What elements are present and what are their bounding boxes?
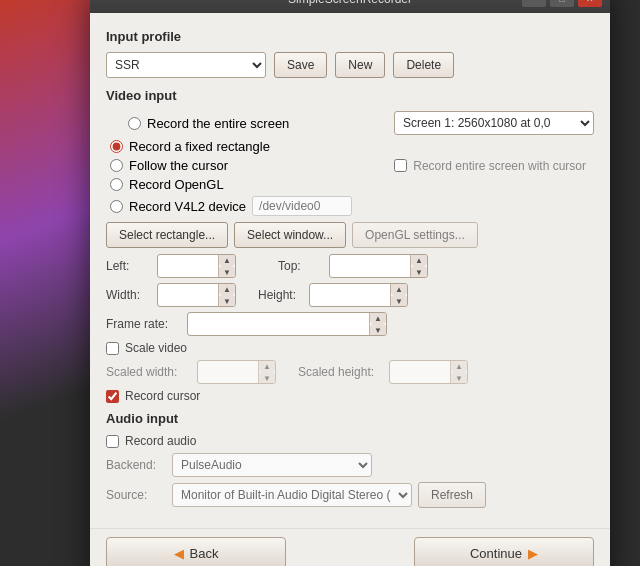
action-buttons-row: Select rectangle... Select window... Ope… xyxy=(106,222,594,248)
framerate-down-arrow[interactable]: ▼ xyxy=(370,324,386,336)
follow-cursor-label: Follow the cursor xyxy=(129,158,228,173)
maximize-button[interactable]: □ xyxy=(550,0,574,7)
fixed-rect-radio[interactable] xyxy=(110,140,123,153)
entire-screen-radio[interactable] xyxy=(128,117,141,130)
background-decor xyxy=(0,0,100,566)
record-cursor-checkbox[interactable] xyxy=(106,390,119,403)
main-window: SimpleScreenRecorder ─ □ ✕ Input profile… xyxy=(90,0,610,566)
refresh-button[interactable]: Refresh xyxy=(418,482,486,508)
scale-video-label: Scale video xyxy=(125,341,187,355)
record-audio-row: Record audio xyxy=(106,434,594,448)
scaled-dims-row: Scaled width: 854 ▲ ▼ Scaled height: 480… xyxy=(106,360,594,384)
source-select[interactable]: Monitor of Built-in Audio Digital Stereo… xyxy=(172,483,412,507)
save-button[interactable]: Save xyxy=(274,52,327,78)
height-up-arrow[interactable]: ▲ xyxy=(391,283,407,295)
continue-icon: ▶ xyxy=(528,546,538,561)
left-spinbox[interactable]: 707 ▲ ▼ xyxy=(157,254,236,278)
window-controls: ─ □ ✕ xyxy=(522,0,602,7)
scaled-width-label: Scaled width: xyxy=(106,365,191,379)
opengl-radio[interactable] xyxy=(110,178,123,191)
entire-screen-row: Record the entire screen Screen 1: 2560x… xyxy=(106,111,594,135)
framerate-spinbox[interactable]: 30 ▲ ▼ xyxy=(187,312,387,336)
close-button[interactable]: ✕ xyxy=(578,0,602,7)
framerate-arrows: ▲ ▼ xyxy=(369,312,386,336)
top-arrows: ▲ ▼ xyxy=(410,254,427,278)
height-arrows: ▲ ▼ xyxy=(390,283,407,307)
top-up-arrow[interactable]: ▲ xyxy=(411,254,427,266)
back-label: Back xyxy=(190,546,219,561)
opengl-label: Record OpenGL xyxy=(129,177,224,192)
source-label: Source: xyxy=(106,488,166,502)
framerate-up-arrow[interactable]: ▲ xyxy=(370,312,386,324)
delete-button[interactable]: Delete xyxy=(393,52,454,78)
record-entire-screen-cursor-checkbox[interactable] xyxy=(394,159,407,172)
scaled-height-down-arrow[interactable]: ▼ xyxy=(451,372,467,384)
v4l2-radio[interactable] xyxy=(110,200,123,213)
scaled-height-input[interactable]: 480 xyxy=(390,361,450,383)
framerate-label: Frame rate: xyxy=(106,317,181,331)
backend-row: Backend: PulseAudio xyxy=(106,453,594,477)
continue-button[interactable]: Continue ▶ xyxy=(414,537,594,566)
titlebar: SimpleScreenRecorder ─ □ ✕ xyxy=(90,0,610,13)
profile-select[interactable]: SSR xyxy=(106,52,266,78)
width-spinbox[interactable]: 1371 ▲ ▼ xyxy=(157,283,236,307)
video-input-header: Video input xyxy=(106,88,594,103)
scaled-height-up-arrow[interactable]: ▲ xyxy=(451,360,467,372)
record-audio-checkbox[interactable] xyxy=(106,435,119,448)
v4l2-device-value: /dev/video0 xyxy=(252,196,352,216)
top-label: Top: xyxy=(278,259,323,273)
scale-video-checkbox[interactable] xyxy=(106,342,119,355)
record-audio-label: Record audio xyxy=(125,434,196,448)
left-input[interactable]: 707 xyxy=(158,255,218,277)
scaled-width-spinbox[interactable]: 854 ▲ ▼ xyxy=(197,360,276,384)
content-area: Input profile SSR Save New Delete Video … xyxy=(90,13,610,528)
back-button[interactable]: ◀ Back xyxy=(106,537,286,566)
framerate-input[interactable]: 30 xyxy=(188,317,369,331)
width-down-arrow[interactable]: ▼ xyxy=(219,295,235,307)
entire-screen-label: Record the entire screen xyxy=(147,116,289,131)
height-spinbox[interactable]: 894 ▲ ▼ xyxy=(309,283,408,307)
select-window-button[interactable]: Select window... xyxy=(234,222,346,248)
height-label: Height: xyxy=(258,288,303,302)
left-up-arrow[interactable]: ▲ xyxy=(219,254,235,266)
top-down-arrow[interactable]: ▼ xyxy=(411,266,427,278)
width-height-row: Width: 1371 ▲ ▼ Height: 894 ▲ ▼ xyxy=(106,283,594,307)
select-rectangle-button[interactable]: Select rectangle... xyxy=(106,222,228,248)
scaled-width-up-arrow[interactable]: ▲ xyxy=(259,360,275,372)
backend-label: Backend: xyxy=(106,458,166,472)
backend-select[interactable]: PulseAudio xyxy=(172,453,372,477)
width-up-arrow[interactable]: ▲ xyxy=(219,283,235,295)
left-top-row: Left: 707 ▲ ▼ Top: 77 ▲ ▼ xyxy=(106,254,594,278)
scaled-width-arrows: ▲ ▼ xyxy=(258,360,275,384)
audio-input-header: Audio input xyxy=(106,411,594,426)
height-down-arrow[interactable]: ▼ xyxy=(391,295,407,307)
opengl-settings-button[interactable]: OpenGL settings... xyxy=(352,222,478,248)
width-input[interactable]: 1371 xyxy=(158,284,218,306)
scaled-height-spinbox[interactable]: 480 ▲ ▼ xyxy=(389,360,468,384)
top-input[interactable]: 77 xyxy=(330,255,410,277)
window-title: SimpleScreenRecorder xyxy=(288,0,412,6)
top-spinbox[interactable]: 77 ▲ ▼ xyxy=(329,254,428,278)
scaled-width-input[interactable]: 854 xyxy=(198,361,258,383)
width-label: Width: xyxy=(106,288,151,302)
width-arrows: ▲ ▼ xyxy=(218,283,235,307)
height-input[interactable]: 894 xyxy=(310,284,390,306)
scaled-height-label: Scaled height: xyxy=(298,365,383,379)
screen-select[interactable]: Screen 1: 2560x1080 at 0,0 xyxy=(394,111,594,135)
opengl-row: Record OpenGL xyxy=(106,177,594,192)
back-icon: ◀ xyxy=(174,546,184,561)
scaled-width-down-arrow[interactable]: ▼ xyxy=(259,372,275,384)
fixed-rect-label: Record a fixed rectangle xyxy=(129,139,270,154)
scale-video-row: Scale video xyxy=(106,341,594,355)
source-row: Source: Monitor of Built-in Audio Digita… xyxy=(106,482,594,508)
record-cursor-row: Record cursor xyxy=(106,389,594,403)
framerate-row: Frame rate: 30 ▲ ▼ xyxy=(106,312,594,336)
footer: ◀ Back Continue ▶ xyxy=(90,528,610,566)
minimize-button[interactable]: ─ xyxy=(522,0,546,7)
follow-cursor-radio[interactable] xyxy=(110,159,123,172)
new-button[interactable]: New xyxy=(335,52,385,78)
profile-row: SSR Save New Delete xyxy=(106,52,594,78)
left-down-arrow[interactable]: ▼ xyxy=(219,266,235,278)
record-entire-screen-cursor-label: Record entire screen with cursor xyxy=(413,159,586,173)
continue-label: Continue xyxy=(470,546,522,561)
